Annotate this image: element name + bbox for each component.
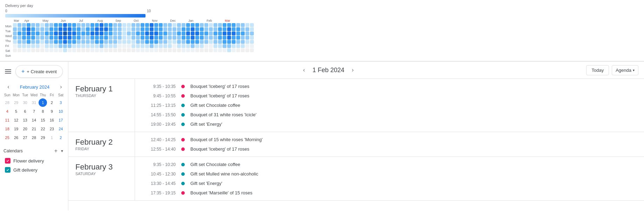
calendar-item-flower[interactable]: Flower delivery — [4, 156, 65, 165]
heatmap-cell[interactable] — [241, 36, 245, 40]
heatmap-cell[interactable] — [204, 23, 208, 27]
heatmap-cell[interactable] — [109, 27, 113, 31]
heatmap-cell[interactable] — [63, 32, 67, 35]
heatmap-cell[interactable] — [81, 36, 85, 40]
heatmap-cell[interactable] — [145, 27, 149, 31]
heatmap-cell[interactable] — [182, 32, 185, 35]
heatmap-cell[interactable] — [245, 23, 249, 27]
heatmap-cell[interactable] — [86, 48, 90, 52]
calendars-header[interactable]: Calendars + ▾ — [4, 146, 65, 156]
heatmap-cell[interactable] — [213, 32, 217, 35]
heatmap-cell[interactable] — [182, 44, 185, 48]
heatmap-cell[interactable] — [18, 40, 21, 44]
mini-cal-day[interactable]: 6 — [21, 107, 29, 116]
mini-cal-next-button[interactable]: › — [57, 83, 65, 91]
heatmap-cell[interactable] — [168, 44, 172, 48]
heatmap-cell[interactable] — [136, 44, 140, 48]
heatmap-cell[interactable] — [113, 23, 117, 27]
mini-cal-day[interactable]: 31 — [30, 98, 38, 107]
heatmap-cell[interactable] — [209, 36, 213, 40]
heatmap-cell[interactable] — [100, 44, 103, 48]
heatmap-cell[interactable] — [168, 23, 172, 27]
heatmap-cell[interactable] — [13, 32, 17, 35]
mini-cal-day[interactable]: 29 — [12, 98, 20, 107]
mini-cal-day[interactable]: 1 — [48, 133, 56, 142]
heatmap-cell[interactable] — [245, 27, 249, 31]
heatmap-cell[interactable] — [209, 40, 213, 44]
heatmap-cell[interactable] — [172, 40, 176, 44]
heatmap-cell[interactable] — [54, 48, 58, 52]
heatmap-cell[interactable] — [104, 32, 108, 35]
heatmap-cell[interactable] — [109, 48, 113, 52]
heatmap-cell[interactable] — [81, 27, 85, 31]
heatmap-cell[interactable] — [223, 40, 226, 44]
heatmap-cell[interactable] — [131, 48, 135, 52]
heatmap-cell[interactable] — [127, 36, 131, 40]
heatmap-cell[interactable] — [72, 27, 76, 31]
agenda-event[interactable]: 9:35 - 10:20Gift set Chocolate coffee — [135, 160, 644, 169]
heatmap-cell[interactable] — [172, 27, 176, 31]
heatmap-cell[interactable] — [90, 44, 94, 48]
mini-cal-day[interactable]: 14 — [30, 116, 38, 124]
heatmap-cell[interactable] — [86, 23, 90, 27]
heatmap-cell[interactable] — [122, 27, 126, 31]
heatmap-cell[interactable] — [45, 36, 49, 40]
heatmap-cell[interactable] — [40, 48, 44, 52]
heatmap-cell[interactable] — [227, 23, 231, 27]
heatmap-cell[interactable] — [154, 23, 158, 27]
heatmap-cell[interactable] — [13, 36, 17, 40]
heatmap-cell[interactable] — [227, 44, 231, 48]
heatmap-cell[interactable] — [22, 36, 26, 40]
heatmap-cell[interactable] — [172, 32, 176, 35]
mini-cal-day[interactable]: 3 — [56, 98, 65, 107]
heatmap-cell[interactable] — [186, 27, 190, 31]
mini-cal-day[interactable]: 5 — [12, 107, 20, 116]
heatmap-cell[interactable] — [245, 44, 249, 48]
heatmap-cell[interactable] — [45, 44, 49, 48]
heatmap-cell[interactable] — [77, 48, 81, 52]
heatmap-cell[interactable] — [68, 27, 72, 31]
calendars-expand-button[interactable]: ▾ — [60, 148, 65, 154]
heatmap-cell[interactable] — [168, 40, 172, 44]
heatmap-cell[interactable] — [90, 23, 94, 27]
prev-date-button[interactable]: ‹ — [298, 64, 310, 76]
heatmap-cell[interactable] — [232, 44, 236, 48]
heatmap-cell[interactable] — [131, 27, 135, 31]
heatmap-cell[interactable] — [109, 40, 113, 44]
heatmap-cell[interactable] — [13, 23, 17, 27]
heatmap-cell[interactable] — [186, 36, 190, 40]
heatmap-cell[interactable] — [195, 44, 199, 48]
heatmap-cell[interactable] — [72, 40, 76, 44]
agenda-event[interactable]: 12:40 - 14:25Bouquet of 15 white roses '… — [135, 135, 644, 144]
heatmap-cell[interactable] — [45, 48, 49, 52]
heatmap-cell[interactable] — [95, 40, 99, 44]
heatmap-cell[interactable] — [59, 32, 62, 35]
heatmap-cell[interactable] — [204, 27, 208, 31]
heatmap-cell[interactable] — [109, 23, 113, 27]
heatmap-cell[interactable] — [150, 48, 154, 52]
heatmap-cell[interactable] — [63, 40, 67, 44]
heatmap-cell[interactable] — [250, 36, 254, 40]
mini-cal-day[interactable]: 7 — [30, 107, 38, 116]
heatmap-cell[interactable] — [131, 44, 135, 48]
heatmap-cell[interactable] — [59, 23, 62, 27]
heatmap-cell[interactable] — [122, 48, 126, 52]
mini-cal-day[interactable]: 12 — [12, 116, 20, 124]
heatmap-cell[interactable] — [145, 48, 149, 52]
heatmap-cell[interactable] — [100, 40, 103, 44]
heatmap-cell[interactable] — [186, 32, 190, 35]
heatmap-cell[interactable] — [122, 40, 126, 44]
heatmap-cell[interactable] — [250, 44, 254, 48]
mini-cal-prev-button[interactable]: ‹ — [4, 83, 13, 91]
heatmap-cell[interactable] — [163, 36, 167, 40]
heatmap-cell[interactable] — [159, 32, 163, 35]
heatmap-cell[interactable] — [209, 44, 213, 48]
heatmap-cell[interactable] — [136, 40, 140, 44]
mini-cal-day[interactable]: 22 — [39, 125, 47, 133]
heatmap-cell[interactable] — [68, 36, 72, 40]
heatmap-cell[interactable] — [113, 40, 117, 44]
heatmap-cell[interactable] — [127, 27, 131, 31]
heatmap-cell[interactable] — [177, 44, 181, 48]
add-calendar-button[interactable]: + — [53, 148, 59, 154]
mini-cal-day[interactable]: 11 — [3, 116, 12, 124]
